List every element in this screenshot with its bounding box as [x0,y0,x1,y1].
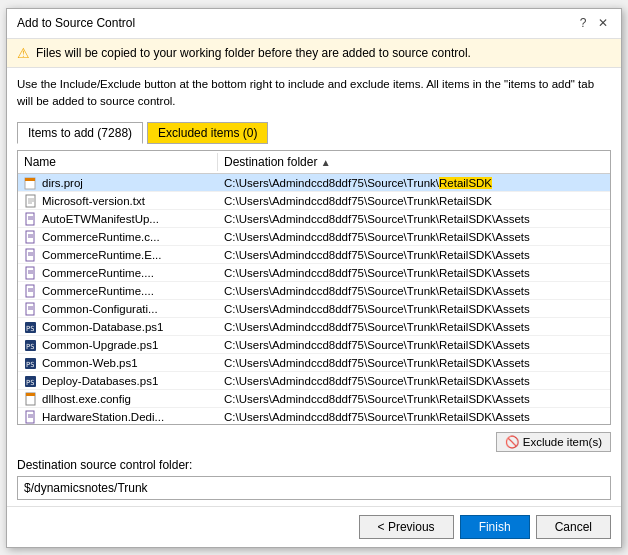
dialog-buttons: < Previous Finish Cancel [7,506,621,547]
tab-items-to-add[interactable]: Items to add (7288) [17,122,143,144]
previous-button[interactable]: < Previous [359,515,454,539]
info-text: Use the Include/Exclude button at the bo… [7,68,621,119]
table-row[interactable]: PS Deploy-Databases.ps1 C:\Users\Admindc… [18,372,610,390]
svg-text:PS: PS [26,343,34,351]
file-dest-cell: C:\Users\Admindccd8ddf75\Source\Trunk\Re… [218,338,610,352]
file-dest-cell: C:\Users\Admindccd8ddf75\Source\Trunk\Re… [218,176,610,190]
file-icon: PS [24,338,38,352]
file-name-cell: CommerceRuntime.... [18,283,218,299]
file-icon [24,194,38,208]
file-name-cell: PS Common-Database.ps1 [18,319,218,335]
col-dest-header: Destination folder ▲ [218,153,610,171]
file-icon [24,266,38,280]
table-row[interactable]: HardwareStation.Dedi... C:\Users\Admindc… [18,408,610,424]
file-dest-cell: C:\Users\Admindccd8ddf75\Source\Trunk\Re… [218,392,610,406]
file-icon: PS [24,320,38,334]
svg-text:PS: PS [26,361,34,369]
file-name-cell: PS Common-Upgrade.ps1 [18,337,218,353]
tabs-row: Items to add (7288) Excluded items (0) [7,118,621,144]
table-row[interactable]: CommerceRuntime.... C:\Users\Admindccd8d… [18,264,610,282]
file-name-cell: CommerceRuntime.c... [18,229,218,245]
table-row[interactable]: CommerceRuntime.E... C:\Users\Admindccd8… [18,246,610,264]
file-name-cell: PS Deploy-Databases.ps1 [18,373,218,389]
table-row[interactable]: Common-Configurati... C:\Users\Admindccd… [18,300,610,318]
file-dest-cell: C:\Users\Admindccd8ddf75\Source\Trunk\Re… [218,266,610,280]
file-icon: PS [24,374,38,388]
file-name-cell: HardwareStation.Dedi... [18,409,218,424]
table-row[interactable]: PS Common-Upgrade.ps1 C:\Users\Admindccd… [18,336,610,354]
exclude-icon: 🚫 [505,435,519,449]
file-dest-cell: C:\Users\Admindccd8ddf75\Source\Trunk\Re… [218,374,610,388]
warning-text: Files will be copied to your working fol… [36,46,471,60]
file-dest-cell: C:\Users\Admindccd8ddf75\Source\Trunk\Re… [218,356,610,370]
table-row[interactable]: dirs.proj C:\Users\Admindccd8ddf75\Sourc… [18,174,610,192]
tab-excluded-items[interactable]: Excluded items (0) [147,122,268,144]
file-icon [24,212,38,226]
file-dest-cell: C:\Users\Admindccd8ddf75\Source\Trunk\Re… [218,248,610,262]
cancel-button[interactable]: Cancel [536,515,611,539]
file-dest-cell: C:\Users\Admindccd8ddf75\Source\Trunk\Re… [218,212,610,226]
file-icon [24,302,38,316]
warning-icon: ⚠ [17,45,30,61]
title-bar-controls: ? ✕ [575,15,611,31]
finish-button[interactable]: Finish [460,515,530,539]
table-header: Name Destination folder ▲ [18,151,610,174]
file-name-cell: CommerceRuntime.... [18,265,218,281]
help-button[interactable]: ? [575,15,591,31]
file-name-cell: PS Common-Web.ps1 [18,355,218,371]
dest-folder-input[interactable] [17,476,611,500]
svg-rect-1 [25,178,35,181]
table-row[interactable]: CommerceRuntime.... C:\Users\Admindccd8d… [18,282,610,300]
exclude-items-button[interactable]: 🚫 Exclude item(s) [496,432,611,452]
file-dest-cell: C:\Users\Admindccd8ddf75\Source\Trunk\Re… [218,194,610,208]
file-dest-cell: C:\Users\Admindccd8ddf75\Source\Trunk\Re… [218,410,610,424]
file-dest-cell: C:\Users\Admindccd8ddf75\Source\Trunk\Re… [218,302,610,316]
table-row[interactable]: Microsoft-version.txt C:\Users\Admindccd… [18,192,610,210]
sort-arrow-icon: ▲ [321,157,331,168]
file-icon [24,230,38,244]
file-name-cell: Microsoft-version.txt [18,193,218,209]
dest-folder-label: Destination source control folder: [17,458,611,472]
file-name-cell: AutoETWManifestUp... [18,211,218,227]
file-dest-cell: C:\Users\Admindccd8ddf75\Source\Trunk\Re… [218,284,610,298]
table-row[interactable]: AutoETWManifestUp... C:\Users\Admindccd8… [18,210,610,228]
file-dest-cell: C:\Users\Admindccd8ddf75\Source\Trunk\Re… [218,230,610,244]
svg-text:PS: PS [26,379,34,387]
file-table: Name Destination folder ▲ dirs.proj C:\U… [17,150,611,425]
table-row[interactable]: CommerceRuntime.c... C:\Users\Admindccd8… [18,228,610,246]
file-icon [24,284,38,298]
file-icon [24,176,38,190]
file-icon [24,410,38,424]
warning-bar: ⚠ Files will be copied to your working f… [7,39,621,68]
table-row[interactable]: dllhost.exe.config C:\Users\Admindccd8dd… [18,390,610,408]
file-name-cell: CommerceRuntime.E... [18,247,218,263]
bottom-controls: 🚫 Exclude item(s) [7,429,621,454]
svg-text:PS: PS [26,325,34,333]
table-scroll-area[interactable]: dirs.proj C:\Users\Admindccd8ddf75\Sourc… [18,174,610,424]
add-to-source-control-dialog: Add to Source Control ? ✕ ⚠ Files will b… [6,8,622,548]
file-icon [24,248,38,262]
file-icon [24,392,38,406]
file-name-cell: dirs.proj [18,175,218,191]
file-name-cell: Common-Configurati... [18,301,218,317]
dialog-title: Add to Source Control [17,16,135,30]
file-icon: PS [24,356,38,370]
dest-folder-section: Destination source control folder: [7,454,621,506]
file-name-cell: dllhost.exe.config [18,391,218,407]
table-row[interactable]: PS Common-Web.ps1 C:\Users\Admindccd8ddf… [18,354,610,372]
title-bar: Add to Source Control ? ✕ [7,9,621,39]
close-button[interactable]: ✕ [595,15,611,31]
col-name-header: Name [18,153,218,171]
table-row[interactable]: PS Common-Database.ps1 C:\Users\Admindcc… [18,318,610,336]
svg-rect-33 [26,393,35,396]
file-dest-cell: C:\Users\Admindccd8ddf75\Source\Trunk\Re… [218,320,610,334]
